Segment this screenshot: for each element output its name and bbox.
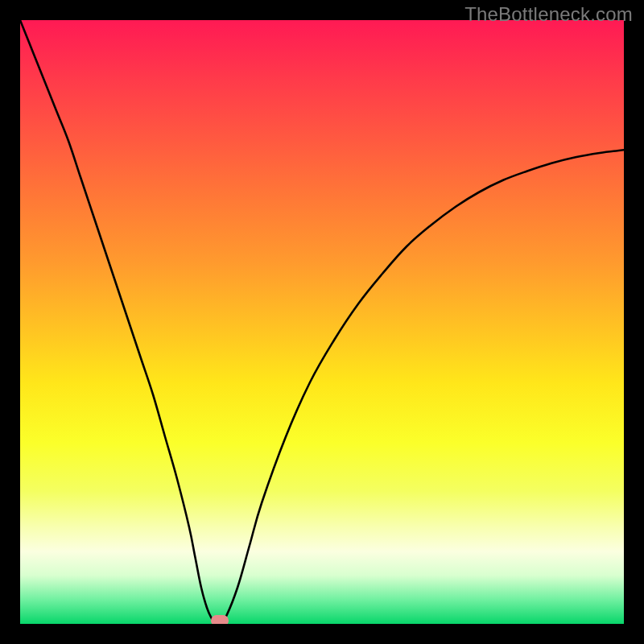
watermark-text: TheBottleneck.com: [464, 3, 633, 26]
plot-area: [20, 20, 624, 624]
chart-frame: TheBottleneck.com: [0, 0, 644, 644]
bottleneck-curve: [20, 20, 624, 624]
optimal-point-marker: [211, 615, 229, 624]
curve-svg: [20, 20, 624, 624]
